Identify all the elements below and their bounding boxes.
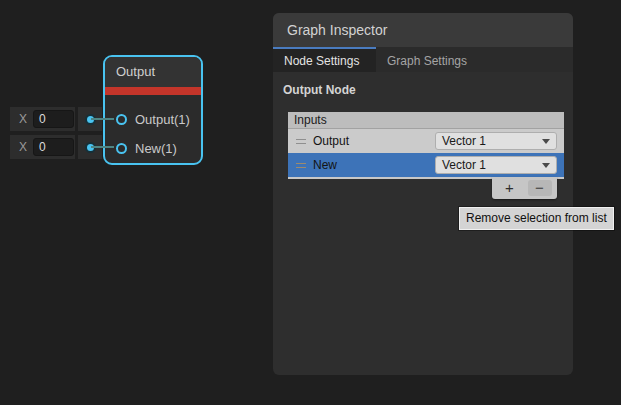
list-footer: + − <box>492 177 557 199</box>
remove-item-button[interactable]: − <box>528 180 552 196</box>
list-row-output[interactable]: Output Vector 1 <box>288 129 564 153</box>
drag-handle-icon[interactable] <box>296 163 306 168</box>
inputs-reorderable-list: Inputs Output Vector 1 New Vector 1 <box>288 112 564 179</box>
value-field-x-1[interactable]: 0 <box>33 110 74 128</box>
inline-input-x-2[interactable]: X 0 <box>10 135 75 159</box>
panel-title: Graph Inspector <box>273 13 573 47</box>
row-name: Output <box>313 134 349 148</box>
edge-new[interactable] <box>91 146 114 148</box>
add-item-button[interactable]: + <box>498 180 522 196</box>
tab-graph-settings[interactable]: Graph Settings <box>376 47 478 72</box>
chevron-down-icon <box>542 163 550 168</box>
axis-label-x: X <box>19 140 27 154</box>
graph-inspector-panel: Graph Inspector Node Settings Graph Sett… <box>273 13 573 375</box>
value-field-x-2[interactable]: 0 <box>33 138 74 156</box>
tab-node-settings[interactable]: Node Settings <box>273 47 376 72</box>
edge-output[interactable] <box>91 118 114 120</box>
node-color-bar <box>105 87 201 95</box>
type-dropdown-new[interactable]: Vector 1 <box>435 156 557 174</box>
port-label: New(1) <box>135 141 177 156</box>
tooltip: Remove selection from list <box>459 207 614 230</box>
row-name: New <box>313 158 337 172</box>
chevron-down-icon <box>542 139 550 144</box>
port-label: Output(1) <box>135 112 190 127</box>
list-row-new[interactable]: New Vector 1 <box>288 153 564 177</box>
list-header: Inputs <box>288 112 564 129</box>
output-node[interactable]: Output Output(1) New(1) <box>103 55 203 165</box>
dropdown-value: Vector 1 <box>442 134 542 148</box>
section-title: Output Node <box>273 72 573 97</box>
axis-label-x: X <box>19 112 27 126</box>
node-port-new[interactable]: New(1) <box>116 141 177 156</box>
port-circle-icon[interactable] <box>116 114 127 125</box>
node-title: Output <box>105 57 201 87</box>
drag-handle-icon[interactable] <box>296 139 306 144</box>
shader-graph-canvas: X 0 X 0 Output Output(1) New(1) Graph In… <box>0 0 621 405</box>
inline-input-x-1[interactable]: X 0 <box>10 107 75 131</box>
type-dropdown-output[interactable]: Vector 1 <box>435 132 557 150</box>
dropdown-value: Vector 1 <box>442 158 542 172</box>
node-port-output[interactable]: Output(1) <box>116 112 190 127</box>
port-circle-icon[interactable] <box>116 143 127 154</box>
tab-bar: Node Settings Graph Settings <box>273 47 573 72</box>
